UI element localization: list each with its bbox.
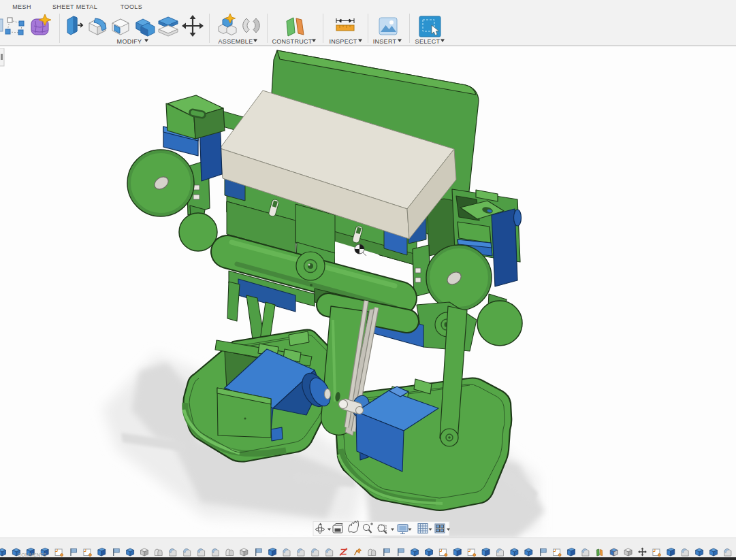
svg-text:CONSTRUCT: CONSTRUCT <box>272 38 312 45</box>
svg-text:MESH: MESH <box>12 3 31 10</box>
svg-text:ASSEMBLE: ASSEMBLE <box>219 38 253 45</box>
svg-text:COMMENTS: COMMENTS <box>18 553 47 557</box>
svg-text:MODIFY: MODIFY <box>117 38 142 45</box>
svg-text:SELECT: SELECT <box>415 38 441 45</box>
svg-text:INSERT: INSERT <box>373 38 397 45</box>
svg-text:INSPECT: INSPECT <box>329 38 357 45</box>
svg-text:SHEET METAL: SHEET METAL <box>52 3 97 10</box>
svg-text:TOOLS: TOOLS <box>121 3 142 10</box>
